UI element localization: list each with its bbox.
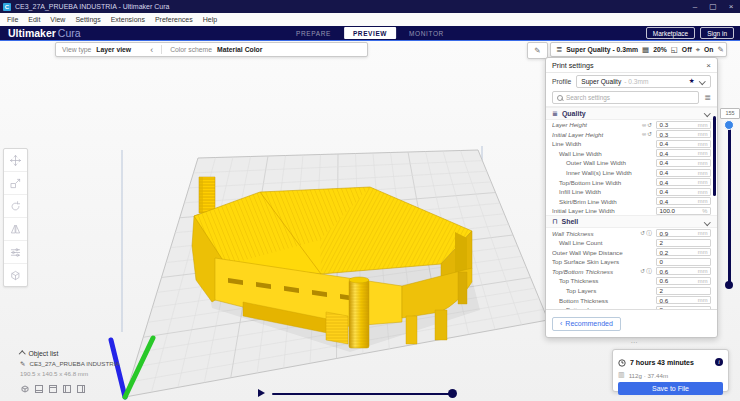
setting-value-field[interactable]: 0.6mm — [656, 277, 711, 285]
setting-row[interactable]: Initial Layer Height∞↺0.3mm — [546, 130, 717, 140]
menu-preferences[interactable]: Preferences — [150, 13, 198, 26]
scrubber-track[interactable] — [272, 393, 455, 395]
setting-value-field[interactable]: 0.4mm — [656, 188, 711, 196]
section-quality[interactable]: ≣Quality — [546, 107, 717, 120]
menu-extensions[interactable]: Extensions — [106, 13, 150, 26]
object-name[interactable]: CE3_27A_PRUEBA INDUSTRIA — [29, 360, 119, 367]
object-list-toggle[interactable]: Object list — [29, 350, 59, 357]
setting-row[interactable]: Top Thickness0.6mm — [546, 276, 717, 286]
play-button[interactable] — [258, 389, 265, 397]
layer-slider-top-handle[interactable] — [724, 120, 734, 130]
setting-row[interactable]: Wall Line Width0.4mm — [546, 149, 717, 159]
toolbar-support-blocker-button[interactable] — [4, 264, 27, 286]
summary-profile[interactable]: Super Quality - 0.3mm — [566, 46, 638, 53]
setting-row[interactable]: Top Layers2 — [546, 286, 717, 296]
view-top-button[interactable] — [48, 380, 58, 398]
marketplace-button[interactable]: Marketplace — [646, 27, 695, 39]
toolbar-per-model-settings-button[interactable] — [4, 241, 27, 264]
setting-value-field[interactable]: 2 — [656, 306, 711, 309]
maximize-button[interactable]: ▢ — [704, 0, 722, 13]
panel-resize-grip[interactable]: ⋯ — [626, 339, 642, 347]
menu-file[interactable]: File — [2, 13, 23, 26]
close-panel-icon[interactable]: × — [706, 61, 711, 70]
setting-value-field[interactable]: 0.4mm — [656, 169, 711, 177]
tab-prepare[interactable]: PREPARE — [287, 27, 340, 39]
menu-edit[interactable]: Edit — [23, 13, 45, 26]
setting-value-field[interactable]: 0.4mm — [656, 178, 711, 186]
setting-label: Initial Layer Line Width — [552, 207, 653, 214]
recommended-button[interactable]: ‹ Recommended — [552, 317, 621, 331]
tools-toolbar — [3, 148, 28, 287]
star-icon[interactable]: ★ — [689, 77, 695, 85]
settings-filter-icon[interactable]: ≣ — [704, 93, 711, 102]
close-button[interactable]: × — [722, 0, 740, 13]
collapse-chevron-icon[interactable]: ‹ — [150, 45, 153, 55]
save-to-file-button[interactable]: Save to File — [618, 382, 723, 395]
setting-value-field[interactable]: 2 — [656, 239, 711, 247]
summary-infill[interactable]: 20% — [653, 46, 667, 53]
setting-row[interactable]: Infill Line Width0.4mm — [546, 187, 717, 197]
summary-adhesion[interactable]: On — [704, 46, 713, 53]
rotate-icon — [10, 201, 21, 212]
menu-view[interactable]: View — [45, 13, 70, 26]
setting-row[interactable]: Skirt/Brim Line Width0.4mm — [546, 196, 717, 206]
setting-row[interactable]: Outer Wall Wipe Distance0.2mm — [546, 248, 717, 258]
summary-support[interactable]: Off — [682, 46, 692, 53]
view-front-button[interactable] — [34, 380, 44, 398]
print-setup-summary-bar[interactable]: ≣ Super Quality - 0.3mm ▦ 20% ◱ Off ⌖ On… — [550, 42, 727, 57]
setting-row[interactable]: Wall Thickness↺ⓘ0.9mm — [546, 228, 717, 238]
profile-dropdown[interactable]: Super Quality - 0.3mm ★ — [576, 75, 711, 88]
setting-value-field[interactable]: 0.2mm — [656, 248, 711, 256]
setting-value-field[interactable]: 0.9mm — [656, 229, 711, 237]
toolbar-move-button[interactable] — [4, 149, 27, 172]
settings-scrollbar[interactable] — [713, 116, 716, 196]
search-input[interactable]: Search settings — [552, 91, 699, 104]
menu-settings[interactable]: Settings — [70, 13, 105, 26]
setting-value-field[interactable]: 0.3mm — [656, 130, 711, 138]
view-type-dropdown[interactable]: Layer view — [96, 46, 131, 53]
setting-row[interactable]: Bottom Thickness0.6mm — [546, 295, 717, 305]
section-shell[interactable]: ⊓Shell — [546, 215, 717, 228]
color-scheme-dropdown[interactable]: Material Color — [217, 46, 262, 53]
setting-row[interactable]: Inner Wall(s) Line Width0.4mm — [546, 168, 717, 178]
toolbar-scale-button[interactable] — [4, 172, 27, 195]
layer-slider-bottom-handle[interactable] — [725, 281, 733, 289]
setting-value-field[interactable]: 0.4mm — [656, 149, 711, 157]
setting-label: Outer Wall Wipe Distance — [552, 249, 653, 256]
chevron-up-icon[interactable] — [19, 351, 25, 357]
setting-row[interactable]: Outer Wall Line Width0.4mm — [546, 158, 717, 168]
setting-value-field[interactable]: 0.6mm — [656, 267, 711, 275]
setting-value-field[interactable]: 0.4mm — [656, 197, 711, 205]
sign-in-button[interactable]: Sign in — [700, 27, 734, 39]
setting-row[interactable]: Top Surface Skin Layers0 — [546, 257, 717, 267]
toolbar-rotate-button[interactable] — [4, 195, 27, 218]
scrubber-handle[interactable] — [448, 389, 457, 398]
setting-row[interactable]: Top/Bottom Thickness↺ⓘ0.6mm — [546, 267, 717, 277]
setting-value-field[interactable]: 2 — [656, 287, 711, 295]
layer-slider-track[interactable] — [728, 125, 731, 285]
setting-value-field[interactable]: 0.3mm — [656, 121, 711, 129]
custom-settings-toggle[interactable]: ✎ — [527, 42, 548, 59]
setting-row[interactable]: Layer Height∞↺0.3mm — [546, 120, 717, 130]
view-3d-button[interactable] — [20, 380, 30, 398]
view-left-button[interactable] — [62, 380, 72, 398]
tab-monitor[interactable]: MONITOR — [400, 27, 453, 39]
setting-row[interactable]: Bottom Layers2 — [546, 305, 717, 309]
setting-row[interactable]: Top/Bottom Line Width0.4mm — [546, 177, 717, 187]
setting-value-field[interactable]: 0 — [656, 258, 711, 266]
setting-row[interactable]: Initial Layer Line Width100.0% — [546, 206, 717, 216]
setting-value: 0.4 — [660, 198, 669, 205]
setting-value-field[interactable]: 0.4mm — [656, 159, 711, 167]
minimize-button[interactable]: – — [686, 0, 704, 13]
setting-value-field[interactable]: 0.6mm — [656, 296, 711, 304]
menu-help[interactable]: Help — [198, 13, 222, 26]
setting-value-field[interactable]: 0.4mm — [656, 140, 711, 148]
tab-preview[interactable]: PREVIEW — [344, 27, 396, 39]
setting-unit: mm — [698, 179, 708, 185]
view-right-button[interactable] — [76, 380, 86, 398]
setting-value-field[interactable]: 100.0% — [656, 207, 711, 215]
setting-row[interactable]: Line Width0.4mm — [546, 139, 717, 149]
info-icon[interactable]: i — [715, 358, 723, 366]
toolbar-mirror-button[interactable] — [4, 218, 27, 241]
setting-row[interactable]: Wall Line Count2 — [546, 238, 717, 248]
